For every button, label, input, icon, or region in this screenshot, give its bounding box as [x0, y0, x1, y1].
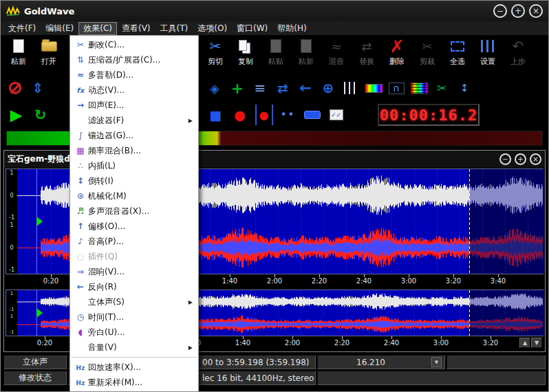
play-icon[interactable] — [5, 105, 28, 125]
compressor-expander-icon — [73, 55, 88, 65]
doc-minimize-button[interactable]: − — [499, 153, 511, 165]
menubar-item-file[interactable]: 文件(F) — [3, 22, 41, 35]
timeline-label: 2:20 — [334, 339, 349, 347]
menu-item-echo[interactable]: 回声(E)... — [70, 98, 198, 113]
toolbar-button-paste-new-2: 粘新 — [291, 36, 321, 74]
toolbar-button-trim: 剪裁 — [412, 36, 442, 74]
expand-vertical-icon[interactable] — [28, 78, 48, 98]
record-selection-icon[interactable] — [252, 105, 275, 125]
app-title: GoldWave — [24, 6, 74, 17]
menu-item-stereo[interactable]: 立体声(S) ▶ — [70, 294, 198, 309]
toolbar-button-copy[interactable]: 复制 — [230, 36, 261, 74]
checklist-icon[interactable] — [325, 105, 347, 125]
monitor-dots-icon[interactable] — [277, 105, 299, 125]
multichannel-mixer-icon — [73, 206, 88, 216]
toolbar-button-settings[interactable]: 设置 — [473, 36, 503, 74]
menu-separator — [72, 357, 197, 358]
menubar-item-help[interactable]: 帮助(H) — [272, 22, 311, 35]
menu-item-filter[interactable]: 滤波器(F) ▶ — [70, 113, 198, 128]
menu-item-invert[interactable]: 倒转(I) — [70, 173, 198, 188]
menu-item-offset[interactable]: 偏移(O)... — [70, 219, 198, 234]
menu-item-multichannel-mixer[interactable]: 多声混音器(X)... — [70, 204, 198, 219]
move-icon[interactable] — [318, 78, 338, 98]
menu-item-dynamics[interactable]: 动态(V)... — [70, 83, 198, 98]
axis-label: -1 — [10, 329, 14, 335]
flanger-icon — [73, 131, 88, 140]
gradient-icon[interactable] — [363, 78, 384, 98]
toolbar-button-open[interactable]: 打开 — [34, 36, 64, 74]
playback-rate-icon — [73, 362, 88, 372]
voice-over-icon — [73, 327, 88, 337]
doc-maximize-button[interactable]: + — [515, 153, 526, 165]
toolbar-button-delete[interactable]: 删除 — [382, 36, 412, 74]
green-cut-icon[interactable] — [431, 78, 452, 98]
reverb-icon — [73, 267, 88, 276]
status-empty-cell — [446, 355, 546, 369]
menu-item-cut-out[interactable]: 删改(C)... — [70, 37, 198, 52]
menu-item-time-warp[interactable]: 时间(T)... — [70, 309, 198, 325]
close-button[interactable]: × — [529, 4, 543, 18]
frequency-blend-icon — [73, 146, 88, 155]
menu-item-playback-rate[interactable]: 回放速率(X)... — [70, 360, 198, 375]
add-effect-icon[interactable] — [227, 78, 248, 98]
cut-icon — [210, 38, 222, 54]
spectrum-icon[interactable] — [409, 78, 429, 98]
submenu-arrow-icon: ▶ — [189, 299, 193, 305]
timeline-label: 0:20 — [37, 339, 52, 347]
menu-item-voice-over[interactable]: 旁白(U)... — [70, 325, 198, 340]
menubar-item-view[interactable]: 查看(V) — [117, 22, 155, 35]
mechanize-icon — [73, 191, 88, 201]
menubar-item-tools[interactable]: 工具(T) — [155, 22, 193, 35]
plugin-icon — [73, 252, 88, 261]
playlist-icon[interactable] — [250, 78, 270, 98]
interpolate-icon — [73, 161, 88, 171]
menu-item-reverb[interactable]: 混响(V)... — [70, 264, 198, 279]
submenu-arrow-icon: ▶ — [189, 118, 193, 124]
settings-icon — [481, 40, 495, 52]
menu-item-reverse[interactable]: 反向(R) — [70, 279, 198, 294]
time-display: 00:00:16.2 — [378, 104, 480, 126]
dynamics-icon — [73, 85, 88, 95]
compass-icon[interactable] — [204, 78, 225, 98]
menu-item-frequency-blend[interactable]: 频率混合(B)... — [70, 143, 198, 158]
dropdown-arrow-icon[interactable] — [431, 357, 442, 367]
menu-item-resample[interactable]: 重新采样(M)... — [70, 375, 198, 390]
prohibit-icon[interactable] — [5, 78, 25, 98]
menu-item-doppler[interactable]: 多普勒(D)... — [70, 67, 198, 83]
menu-item-pitch[interactable]: 音高(P)... — [70, 234, 198, 249]
menu-item-compressor-expander[interactable]: 压缩器/扩展器(C)... — [70, 52, 198, 67]
minimize-button[interactable]: − — [493, 4, 507, 18]
maximize-button[interactable]: + — [511, 4, 525, 18]
zoom-down-button[interactable]: ▼ — [531, 338, 542, 348]
menu-item-interpolate[interactable]: 内插(L) — [70, 158, 198, 173]
zoom-up-button[interactable]: ▲ — [519, 338, 530, 348]
select-all-icon — [451, 41, 464, 52]
status-channel-mode: 立体声 — [3, 355, 67, 369]
menubar-item-edit[interactable]: 编辑(E) — [41, 22, 78, 35]
menubar-item-effects[interactable]: 效果(C) — [78, 22, 117, 35]
stop-icon[interactable] — [204, 105, 227, 125]
swap-channels-icon[interactable] — [272, 78, 293, 98]
doc-close-button[interactable]: × — [530, 153, 541, 165]
back-arrow-icon[interactable] — [295, 78, 316, 98]
toolbar-button-paste-new[interactable]: 粘新 — [3, 36, 34, 74]
menu-item-mechanize[interactable]: 机械化(M) — [70, 188, 198, 204]
open-icon — [41, 41, 57, 52]
time-warp-icon — [73, 312, 88, 322]
mini-arrows-icon[interactable] — [454, 78, 475, 98]
menu-item-volume[interactable]: 音量(V) ▶ — [70, 340, 198, 355]
menu-item-flanger[interactable]: 镶边器(G)... — [70, 128, 198, 143]
axis-label: 1 — [10, 291, 13, 296]
menubar-item-options[interactable]: 选项(O) — [193, 22, 232, 35]
pitch-bridge-icon[interactable] — [386, 78, 407, 98]
menubar-item-window[interactable]: 窗口(W) — [232, 22, 272, 35]
sliders-icon[interactable] — [341, 78, 361, 98]
loop-play-icon[interactable] — [29, 105, 52, 125]
toolbar-button-select-all[interactable]: 全选 — [442, 36, 473, 74]
timeline-label: 2:00 — [285, 339, 300, 347]
doppler-icon — [73, 70, 88, 80]
axis-label: 0 — [10, 193, 13, 199]
progress-pill-icon[interactable] — [301, 105, 323, 125]
record-icon[interactable] — [228, 105, 251, 125]
toolbar-button-cut[interactable]: 剪切 — [200, 36, 230, 74]
